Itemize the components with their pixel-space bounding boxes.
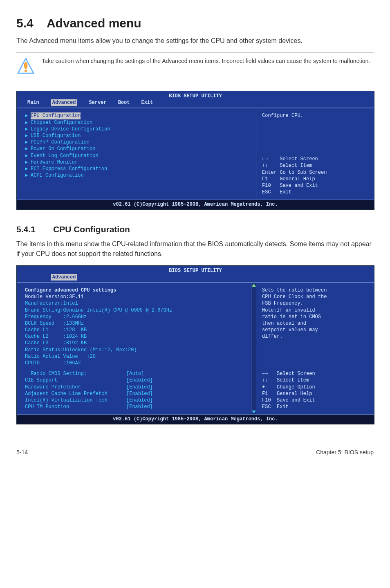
bios1-menu-server[interactable]: Server xyxy=(89,99,106,106)
bios1-item-pcipnp-configuration[interactable]: ▶PCIPnP Configuration xyxy=(25,139,248,146)
bios1-item-chipset-configuration[interactable]: ▶Chipset Configuration xyxy=(25,119,248,126)
section-lead: The Advanced menu items allow you to cha… xyxy=(16,36,374,46)
subsection-number: 5.4.1 xyxy=(16,224,53,234)
bios2-right-pane: Sets the ratio between CPU Core Clock an… xyxy=(256,283,374,414)
bios1-menu-boot[interactable]: Boot xyxy=(118,99,130,106)
svg-point-1 xyxy=(25,70,27,72)
bios2-title: BIOS SETUP UTILITY xyxy=(17,266,374,274)
bios1-item-power-on-configuration[interactable]: ▶Power On Configuration xyxy=(25,146,248,152)
caution-text: Take caution when changing the settings … xyxy=(42,57,370,65)
svg-point-0 xyxy=(24,62,28,69)
bios2-info-cpuid: CPUID :106A2 xyxy=(25,360,243,366)
bios1-keys-help: ←→ Select Screen ↑↓ Select Item Enter Go… xyxy=(262,156,368,195)
bios2-info-ratio-status: Ratio Status:Unlocked (Min:12, Max:20) xyxy=(25,347,243,353)
bios2-setting-hardware-prefetcher[interactable]: Hardware Prefetcher[Enabled] xyxy=(25,384,243,391)
bios2-info-cache-l3: Cache L3 :8192 KB xyxy=(25,340,243,346)
section-title-text: Advanced menu xyxy=(47,16,141,30)
bios2-setting-adjacent-cache-line-prefetch[interactable]: Adjacent Cache Line Prefetch[Enabled] xyxy=(25,391,243,397)
bios2-info-cache-l1: Cache L1 :128 KB xyxy=(25,327,243,333)
bios1-item-cpu-configuration[interactable]: ▶CPU Configuration xyxy=(25,112,248,119)
subsection-title: CPU Configuration xyxy=(53,224,130,234)
bios1-menubar: Main Advanced Server Boot Exit xyxy=(17,99,374,108)
bios2-help-text: Sets the ratio between CPU Core Clock an… xyxy=(262,287,368,340)
bios2-setting-cpu-tm-function[interactable]: CPU TM Function[Enabled] xyxy=(25,404,243,410)
bios2-info-brand-string: Brand String:Genuine Intel(R) CPU @ 0000… xyxy=(25,307,243,314)
page-number: 5-14 xyxy=(16,449,28,456)
chapter-label: Chapter 5: BIOS setup xyxy=(316,449,374,456)
bios1-item-event-log-configuration[interactable]: ▶Event Log Configuration xyxy=(25,153,248,159)
bios2-keys-help: ←→ Select Screen ↑↓ Select Item +- Chang… xyxy=(262,370,368,410)
bios2-setting-c1e-support[interactable]: C1E Support[Enabled] xyxy=(25,377,243,384)
bios1-item-legacy-device-configuration[interactable]: ▶Legacy Device Configuration xyxy=(25,126,248,132)
bios1-item-pci-express-configuration[interactable]: ▶PCI Exppress Configuration xyxy=(25,166,248,172)
bios1-item-usb-configuration[interactable]: ▶USB Configuration xyxy=(25,132,248,139)
bios2-info-bclk-speed: BCLK Speed :133MHz xyxy=(25,320,243,327)
bios-screenshot-cpu-configuration: BIOS SETUP UTILITY Main Advanced Configu… xyxy=(16,265,374,424)
page-footer: 5-14 Chapter 5: BIOS setup xyxy=(16,449,374,456)
subsection-lead: The items in this menu show the CPU-rela… xyxy=(16,239,374,259)
bios1-menu-advanced[interactable]: Advanced xyxy=(51,99,78,106)
bios2-info-ratio-actual: Ratio Actual Value :20 xyxy=(25,353,243,360)
subsection-heading: 5.4.1CPU Configuration xyxy=(16,224,374,234)
bios1-help-text: Configure CPU. xyxy=(262,112,368,119)
caution-icon xyxy=(16,57,35,76)
scroll-up-icon xyxy=(252,284,256,287)
bios2-setting-intel-virtualization-tech[interactable]: Intel(R) Virtualization Tech[Enabled] xyxy=(25,397,243,404)
bios2-info-frequency: Frequency :2.66GHz xyxy=(25,314,243,320)
bios2-header2: Module Version:3F.11 xyxy=(25,294,243,300)
bios1-menu-main[interactable]: Main xyxy=(27,99,39,106)
bios2-setting-ratio-cmos[interactable]: Ratio CMOS Setting:[Auto] xyxy=(25,370,243,377)
bios1-left-pane: ▶CPU Configuration ▶Chipset Configuratio… xyxy=(17,108,256,200)
bios1-menu-exit[interactable]: Exit xyxy=(141,99,153,106)
bios2-menubar: Main Advanced xyxy=(17,274,374,283)
bios2-left-pane: Configure advanced CPU settings Module V… xyxy=(17,283,251,414)
caution-callout: Take caution when changing the settings … xyxy=(16,52,374,80)
bios1-title: BIOS SETUP UTILITY xyxy=(17,91,374,99)
section-number: 5.4 xyxy=(16,16,34,30)
bios2-menu-advanced[interactable]: Advanced xyxy=(51,274,78,281)
bios1-item-acpi-configuration[interactable]: ▶ACPI Configuration xyxy=(25,172,248,179)
bios2-info-cache-l2: Cache L2 :1024 KB xyxy=(25,333,243,340)
bios-screenshot-advanced-menu: BIOS SETUP UTILITY Main Advanced Server … xyxy=(16,91,374,210)
scroll-down-icon xyxy=(252,411,256,413)
bios1-item-hardware-monitor[interactable]: ▶Hardware Monitor xyxy=(25,159,248,166)
bios2-header1: Configure advanced CPU settings xyxy=(25,287,243,294)
bios2-scrollbar[interactable] xyxy=(251,283,256,414)
bios1-right-pane: Configure CPU. ←→ Select Screen ↑↓ Selec… xyxy=(256,108,374,200)
bios2-info-manufacturer: Manufacturer:Intel xyxy=(25,300,243,307)
section-heading: 5.4 Advanced menu xyxy=(16,16,374,30)
bios1-footer: v02.61 (C)Copyright 1985-2008, American … xyxy=(17,200,374,209)
bios2-footer: v02.61 (C)Copyright 1985-2008, American … xyxy=(17,414,374,424)
